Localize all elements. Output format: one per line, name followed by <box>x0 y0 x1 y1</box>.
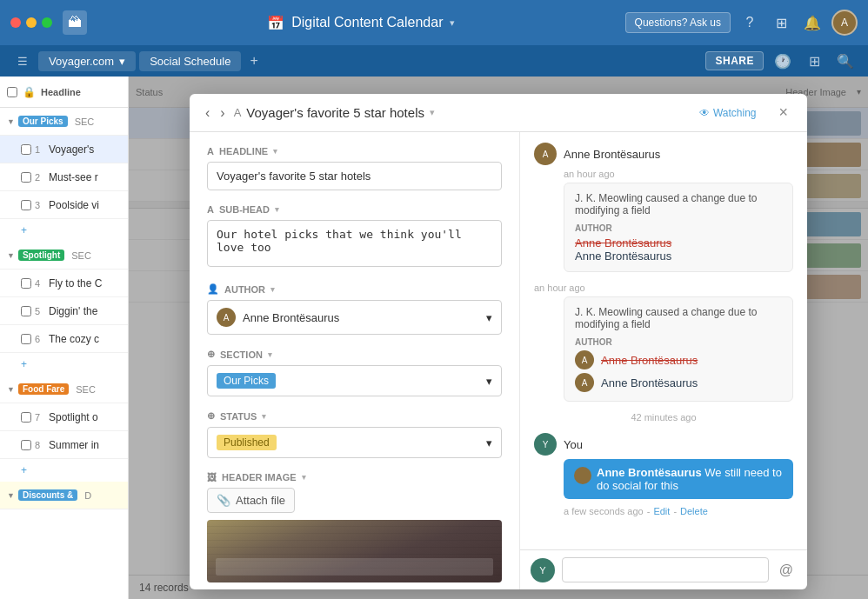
chat-message: Y You Anne Brontësaurus We still need to… <box>534 433 793 516</box>
new-value: Anne Brontësaurus <box>575 250 782 263</box>
watching-indicator[interactable]: 👁 Watching <box>699 107 757 119</box>
change-card: J. K. Meowling caused a change due to mo… <box>564 296 793 402</box>
collapse-icon: ▼ <box>7 117 15 126</box>
hamburger-menu-button[interactable]: ☰ <box>10 51 35 71</box>
add-tab-button[interactable]: + <box>244 51 263 70</box>
chat-message: an hour ago J. K. Meowling caused a chan… <box>534 283 793 402</box>
section-value-badge: Our Picks <box>217 373 276 389</box>
add-item-our-picks[interactable]: + <box>0 219 128 242</box>
collapse-icon: ▼ <box>7 491 15 500</box>
delete-message-link[interactable]: Delete <box>680 506 708 516</box>
list-item[interactable]: 2 Must-see r <box>0 163 128 191</box>
status-value-badge: Published <box>217 435 277 450</box>
help-icon[interactable]: ? <box>738 10 762 35</box>
mention-text: Anne Brontësaurus We still need to do so… <box>597 466 783 492</box>
item-checkbox[interactable] <box>21 440 31 450</box>
change-description: J. K. Meowling caused a change due to mo… <box>575 192 782 216</box>
user-avatar[interactable]: A <box>831 10 858 36</box>
social-schedule-tab[interactable]: Social Schedule <box>139 51 241 71</box>
item-checkbox[interactable] <box>21 278 31 289</box>
modal-title: A Voyager's favorite 5 star hotels ▾ <box>234 105 692 120</box>
item-checkbox[interactable] <box>21 144 31 155</box>
modal-prev-button[interactable]: ‹ <box>204 103 211 123</box>
select-all-checkbox[interactable] <box>7 87 17 97</box>
grid-view-icon[interactable]: ⊞ <box>802 49 826 73</box>
chat-author-name: Anne Brontësaurus <box>564 148 660 161</box>
modal-close-button[interactable]: × <box>773 102 793 123</box>
questions-button[interactable]: Questions? Ask us <box>625 12 731 33</box>
collapse-icon: ▼ <box>7 251 15 260</box>
modal-overlay: ‹ › A Voyager's favorite 5 star hotels ▾… <box>129 77 868 599</box>
main-content: Status Header Image ▾ <box>129 77 868 599</box>
watching-icon: 👁 <box>699 107 710 119</box>
calendar-icon: 📅 <box>267 15 284 31</box>
author-label: 👤 AUTHOR ▾ <box>207 283 502 295</box>
change-description: J. K. Meowling caused a change due to mo… <box>575 306 782 330</box>
item-checkbox[interactable] <box>21 200 31 210</box>
apps-icon[interactable]: ⊞ <box>769 10 793 35</box>
mention-message: Anne Brontësaurus We still need to do so… <box>564 459 793 499</box>
list-item[interactable]: 3 Poolside vi <box>0 191 128 219</box>
chat-avatar: Y <box>534 433 557 456</box>
header-image-caret-icon: ▾ <box>302 473 306 482</box>
dropdown-arrow-icon[interactable]: ▾ <box>450 17 455 29</box>
modal-next-button[interactable]: › <box>218 103 226 123</box>
status-select[interactable]: Published ▾ <box>207 427 502 458</box>
chat-actions-row: a few seconds ago - Edit - Delete <box>534 506 793 516</box>
list-item[interactable]: 8 Summer in <box>0 431 128 459</box>
close-traffic-light[interactable] <box>10 17 21 28</box>
paperclip-icon: 📎 <box>217 494 230 507</box>
nav-bar: ☰ Voyager.com ▾ Social Schedule + SHARE … <box>0 45 868 77</box>
item-checkbox[interactable] <box>21 306 31 316</box>
header-image-field-group: 🖼 HEADER IMAGE ▾ 📎 Attach file <box>207 472 502 582</box>
item-number: 6 <box>35 334 49 344</box>
section-label: D <box>84 490 91 501</box>
item-text: Voyager's <box>49 143 121 156</box>
list-item[interactable]: 4 Fly to the C <box>0 270 128 297</box>
list-item[interactable]: 7 Spotlight o <box>0 403 128 431</box>
headline-icon: A <box>234 106 242 119</box>
minimize-traffic-light[interactable] <box>26 17 37 28</box>
article-modal: ‹ › A Voyager's favorite 5 star hotels ▾… <box>190 94 807 589</box>
chat-input-area: Y @ <box>520 549 807 589</box>
share-button[interactable]: SHARE <box>705 51 764 70</box>
list-item[interactable]: 1 Voyager's <box>0 136 128 163</box>
chat-input-field[interactable] <box>562 557 769 582</box>
section-food-fare[interactable]: ▼ Food Fare SEC <box>0 376 128 403</box>
maximize-traffic-light[interactable] <box>42 17 52 28</box>
author-select[interactable]: A Anne Brontësaurus ▾ <box>207 300 502 335</box>
item-text: Poolside vi <box>49 199 121 211</box>
attach-file-button[interactable]: 📎 Attach file <box>207 488 295 513</box>
author-caret-icon: ▾ <box>270 285 275 294</box>
subhead-input[interactable]: Our hotel picks that we think you'll lov… <box>207 220 502 267</box>
section-discounts[interactable]: ▼ Discounts & D <box>0 482 128 509</box>
food-fare-badge: Food Fare <box>18 383 69 395</box>
status-field-group: ⊕ STATUS ▾ Published ▾ <box>207 410 502 458</box>
add-item-spotlight[interactable]: + <box>0 353 128 376</box>
section-our-picks[interactable]: ▼ Our Picks SEC <box>0 108 128 136</box>
item-checkbox[interactable] <box>21 334 31 344</box>
author-select-inner: A Anne Brontësaurus <box>217 308 339 327</box>
item-checkbox[interactable] <box>21 172 31 183</box>
list-item[interactable]: 5 Diggin' the <box>0 297 128 325</box>
notifications-icon[interactable]: 🔔 <box>800 10 825 35</box>
lock-icon: 🔒 <box>23 86 36 98</box>
search-icon[interactable]: 🔍 <box>833 49 858 73</box>
section-select[interactable]: Our Picks ▾ <box>207 365 502 396</box>
add-item-food-fare[interactable]: + <box>0 459 128 482</box>
headline-input[interactable] <box>207 162 502 190</box>
header-image-label: 🖼 HEADER IMAGE ▾ <box>207 472 502 483</box>
section-spotlight[interactable]: ▼ Spotlight SEC <box>0 242 128 270</box>
item-number: 1 <box>35 144 49 155</box>
item-checkbox[interactable] <box>21 412 31 423</box>
edit-message-link[interactable]: Edit <box>653 506 670 516</box>
content-area: 🔒 Headline ▼ Our Picks SEC 1 Voyager's 2… <box>0 77 868 599</box>
history-icon[interactable]: 🕐 <box>771 49 795 73</box>
modal-title-dropdown-icon[interactable]: ▾ <box>430 107 435 118</box>
new-author-avatar: A <box>575 373 594 392</box>
list-item[interactable]: 6 The cozy c <box>0 325 128 353</box>
at-mention-button[interactable]: @ <box>776 559 797 582</box>
site-tab[interactable]: Voyager.com ▾ <box>38 51 136 71</box>
mention-avatar <box>574 467 591 484</box>
chat-author-name: You <box>564 438 583 451</box>
